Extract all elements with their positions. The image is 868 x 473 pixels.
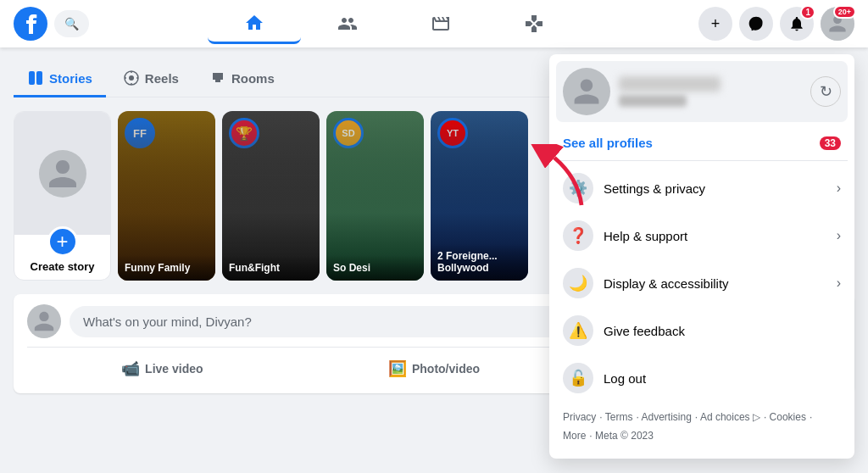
profile-sub-blurred bbox=[619, 95, 687, 107]
photo-icon: 🖼️ bbox=[388, 359, 407, 378]
profile-text-area bbox=[619, 76, 721, 107]
footer-cookies-link[interactable]: Cookies bbox=[770, 411, 806, 423]
account-dropdown: ↻ See all profiles 33 ⚙️ Settings & priv… bbox=[549, 54, 854, 459]
user-silhouette bbox=[39, 150, 86, 198]
footer-links: Privacy· Terms· Advertising· Ad choices … bbox=[556, 402, 848, 452]
menu-item-settings-left: ⚙️ Settings & privacy bbox=[563, 173, 705, 203]
help-arrow-icon: › bbox=[837, 228, 841, 243]
story-1-name: Funny Family bbox=[125, 262, 209, 274]
feedback-icon: ⚠️ bbox=[563, 315, 593, 346]
post-user-avatar bbox=[27, 304, 61, 338]
see-all-profiles-row: See all profiles 33 bbox=[556, 129, 848, 161]
story-4-name: 2 Foreigne... Bollywood bbox=[437, 250, 521, 274]
profile-refresh-button[interactable]: ↻ bbox=[810, 76, 841, 107]
footer-terms-link[interactable]: Terms bbox=[605, 411, 633, 423]
settings-arrow-icon: › bbox=[837, 181, 841, 196]
story-2-overlay: Fun&Fight bbox=[222, 255, 320, 281]
menu-item-help[interactable]: ❓ Help & support › bbox=[556, 212, 848, 259]
create-story-plus-icon: + bbox=[47, 226, 78, 257]
story-3-name: So Desi bbox=[333, 262, 417, 274]
settings-icon: ⚙️ bbox=[563, 173, 593, 203]
tab-stories-label: Stories bbox=[49, 71, 92, 86]
tab-rooms-label: Rooms bbox=[231, 71, 275, 86]
svg-rect-1 bbox=[29, 71, 35, 85]
tab-reels[interactable]: Reels bbox=[109, 61, 192, 97]
nav-watch[interactable] bbox=[394, 3, 487, 44]
nav-gaming[interactable] bbox=[487, 3, 581, 44]
profile-info bbox=[563, 68, 721, 115]
footer-advertising-link[interactable]: Advertising bbox=[641, 411, 691, 423]
story-2-name: Fun&Fight bbox=[229, 262, 313, 274]
navbar: 🔍 + 1 20+ bbox=[0, 0, 868, 47]
profile-card[interactable]: ↻ bbox=[556, 61, 848, 122]
feedback-label: Give feedback bbox=[604, 324, 685, 338]
tab-reels-label: Reels bbox=[145, 71, 179, 86]
profiles-count-badge: 33 bbox=[820, 136, 841, 150]
svg-point-4 bbox=[129, 75, 134, 81]
account-button[interactable]: 20+ bbox=[821, 7, 854, 41]
create-story-avatar-area bbox=[14, 112, 110, 235]
settings-label: Settings & privacy bbox=[604, 181, 705, 196]
create-story-card[interactable]: + Create story bbox=[14, 111, 111, 281]
menu-item-settings[interactable]: ⚙️ Settings & privacy › bbox=[556, 164, 848, 212]
footer-privacy-link[interactable]: Privacy bbox=[563, 411, 596, 423]
footer-adchoices-link[interactable]: Ad choices ▷ bbox=[700, 411, 760, 423]
profile-menu-avatar bbox=[563, 68, 610, 115]
display-arrow-icon: › bbox=[837, 275, 841, 291]
logout-icon: 🔓 bbox=[563, 363, 593, 393]
plus-icon: + bbox=[711, 15, 721, 33]
story-1-overlay: Funny Family bbox=[118, 255, 215, 281]
story-3-overlay: So Desi bbox=[326, 255, 424, 281]
display-label: Display & accessibility bbox=[604, 276, 729, 291]
add-button[interactable]: + bbox=[698, 7, 732, 41]
menu-item-help-left: ❓ Help & support bbox=[563, 220, 687, 251]
create-story-label: Create story bbox=[21, 260, 103, 273]
story-card-1[interactable]: FF Funny Family bbox=[118, 111, 215, 281]
story-card-4[interactable]: YT 2 Foreigne... Bollywood bbox=[431, 111, 528, 281]
live-video-label: Live video bbox=[145, 362, 203, 376]
profile-name-blurred bbox=[619, 76, 721, 92]
see-all-profiles-link[interactable]: See all profiles bbox=[563, 136, 653, 150]
nav-center bbox=[89, 3, 698, 44]
nav-right: + 1 20+ bbox=[698, 7, 854, 41]
tab-stories[interactable]: Stories bbox=[14, 61, 106, 97]
notifications-badge: 1 bbox=[800, 5, 815, 19]
nav-friends[interactable] bbox=[301, 3, 394, 44]
photo-video-button[interactable]: 🖼️ Photo/video bbox=[299, 354, 570, 383]
search-icon: 🔍 bbox=[64, 17, 79, 31]
menu-item-feedback[interactable]: ⚠️ Give feedback bbox=[556, 307, 848, 354]
menu-item-logout[interactable]: 🔓 Log out bbox=[556, 354, 848, 402]
notifications-button[interactable]: 1 bbox=[780, 7, 814, 41]
messenger-button[interactable] bbox=[739, 7, 773, 41]
story-4-overlay: 2 Foreigne... Bollywood bbox=[431, 243, 528, 281]
menu-item-logout-left: 🔓 Log out bbox=[563, 363, 646, 393]
live-video-icon: 📹 bbox=[121, 359, 140, 378]
story-card-3[interactable]: SD So Desi bbox=[326, 111, 424, 281]
facebook-logo[interactable] bbox=[14, 7, 47, 41]
display-icon: 🌙 bbox=[563, 268, 593, 298]
footer-more-link[interactable]: More bbox=[563, 430, 586, 442]
logout-label: Log out bbox=[604, 371, 646, 386]
help-icon: ❓ bbox=[563, 220, 593, 251]
create-story-bottom: + Create story bbox=[14, 235, 110, 280]
search-button[interactable]: 🔍 bbox=[54, 10, 89, 37]
footer-meta-text: Meta © 2023 bbox=[595, 430, 654, 442]
svg-rect-2 bbox=[36, 71, 42, 85]
nav-home[interactable] bbox=[208, 3, 301, 44]
menu-item-feedback-left: ⚠️ Give feedback bbox=[563, 315, 685, 346]
menu-item-display-left: 🌙 Display & accessibility bbox=[563, 268, 729, 298]
photo-video-label: Photo/video bbox=[412, 362, 480, 376]
story-card-2[interactable]: 🏆 Fun&Fight bbox=[222, 111, 320, 281]
live-video-button[interactable]: 📹 Live video bbox=[27, 354, 298, 383]
help-label: Help & support bbox=[604, 229, 687, 243]
account-badge: 20+ bbox=[833, 5, 856, 19]
menu-item-display[interactable]: 🌙 Display & accessibility › bbox=[556, 259, 848, 307]
tab-rooms[interactable]: Rooms bbox=[196, 61, 288, 97]
